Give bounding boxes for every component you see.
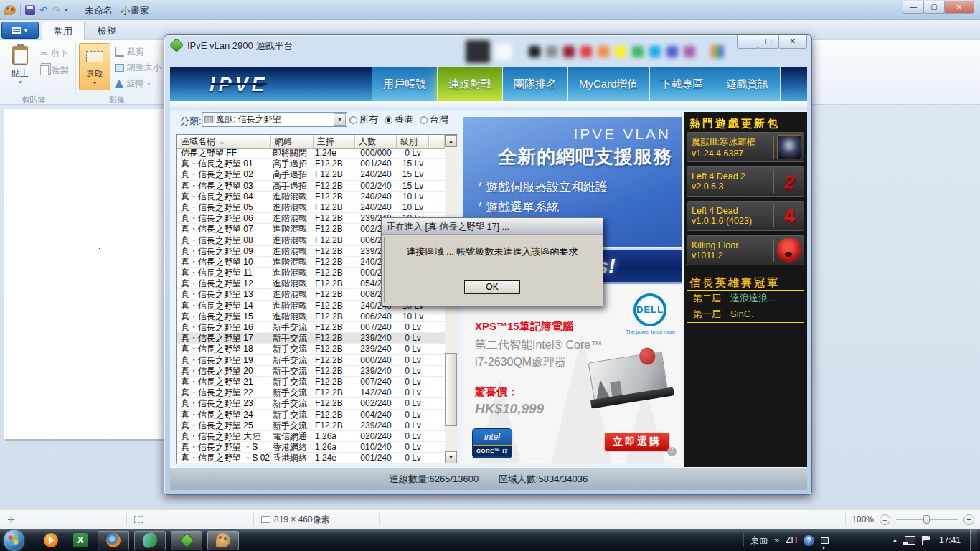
nav-item-1[interactable]: 用戶帳號	[372, 67, 438, 101]
table-row[interactable]: 真・信長之野望 05進階混戰F12.2B240/24010 Lv	[177, 202, 445, 213]
table-row[interactable]: 真・信長之野望 24新手交流F12.2B004/2400 Lv	[177, 410, 445, 420]
scrollbar-thumb[interactable]	[445, 353, 457, 426]
region-radio[interactable]: 香港	[385, 113, 413, 126]
table-cell: F12.2B	[314, 246, 355, 256]
desktop-toolbar-label[interactable]: 桌面	[750, 534, 768, 547]
table-row[interactable]: 真・信長之野望 18新手交流F12.2B239/2400 Lv	[177, 344, 445, 354]
update-text: Killing Floorv1011.2	[687, 240, 773, 260]
update-item-l4d[interactable]: Left 4 Deadv1.0.1.6 (4023)4	[687, 201, 804, 231]
taskbar-wmp-button[interactable]	[39, 531, 63, 550]
column-header-4[interactable]: 人數	[355, 135, 397, 149]
cut-button[interactable]: ✂ 剪下	[40, 46, 68, 60]
paste-button[interactable]: 貼上 ▼	[4, 43, 36, 90]
paint-menu-button[interactable]: ▼	[1, 22, 39, 39]
resize-button[interactable]: 調整大小	[115, 60, 161, 75]
column-header-2[interactable]: 網絡	[271, 135, 314, 149]
table-row[interactable]: 真・信長之野望 03高手過招F12.2B002/24015 Lv	[177, 181, 445, 192]
zoom-slider[interactable]	[896, 519, 958, 520]
restore-icon[interactable]	[821, 537, 829, 544]
ad-info-icon[interactable]: i	[667, 447, 677, 456]
zoom-out-button[interactable]: –	[880, 514, 890, 525]
table-cell: 真・信長之野望 08	[177, 235, 271, 245]
table-cell: 香港網絡	[271, 442, 314, 452]
ipve-maximize-button[interactable]: ▢	[758, 35, 779, 49]
table-row[interactable]: 真・信長之野望 20新手交流F12.2B239/2400 Lv	[177, 366, 445, 377]
table-row[interactable]: 真・信長之野望 17新手交流F12.2B239/2400 Lv	[177, 333, 445, 344]
region-radio[interactable]: 所有	[349, 113, 378, 126]
paint-maximize-button[interactable]: ▢	[923, 1, 945, 14]
table-row[interactable]: 真・信長之野望 19新手交流F12.2B000/2400 Lv	[177, 355, 445, 366]
table-row[interactable]: 信長之野望 FF即將關閉1.24e000/0000 Lv	[177, 148, 445, 159]
column-header-1[interactable]: 區域名稱△	[177, 135, 271, 149]
dell-ad[interactable]: DELL The power to do more XPS™15筆記簿電腦 第二…	[463, 286, 682, 463]
ipve-minimize-button[interactable]: —	[737, 35, 758, 49]
category-label: 分類:	[180, 115, 202, 128]
table-cell: 真・信長之野望 05	[177, 202, 271, 212]
category-dropdown[interactable]: 魔獸: 信長之野望 ▼	[202, 112, 347, 127]
table-row[interactable]: 真・信長之野望 16新手交流F12.2B007/2400 Lv	[177, 322, 445, 333]
tab-home[interactable]: 常用	[42, 22, 85, 40]
nav-item-6[interactable]: 遊戲資訊	[715, 67, 781, 101]
dropdown-arrow-button[interactable]: ▼	[334, 113, 346, 126]
table-cell: 007/240	[355, 377, 397, 387]
nav-item-3[interactable]: 團隊排名	[503, 67, 568, 101]
tab-view[interactable]: 檢視	[86, 22, 128, 40]
taskbar-ipve-button[interactable]	[171, 531, 202, 550]
update-item-l4d2[interactable]: Left 4 Dead 2v2.0.6.32	[687, 166, 804, 197]
table-row[interactable]: 真・信長之野望 01高手過招F12.2B001/24015 Lv	[177, 159, 445, 169]
ipve-close-button[interactable]: ✕	[778, 35, 807, 49]
nav-item-4[interactable]: MyCard增值	[568, 67, 650, 101]
help-icon[interactable]: ?	[804, 535, 814, 546]
taskbar-excel-button[interactable]	[68, 531, 93, 550]
qat-dropdown-icon[interactable]: ▾	[65, 7, 67, 14]
table-row[interactable]: 真・信長之野望 ・S 02香港網絡1.24e001/2400 Lv	[177, 453, 445, 463]
select-button[interactable]: 選取 ▼	[79, 43, 110, 90]
chevron-icon[interactable]: »	[774, 535, 779, 545]
table-row[interactable]: 真・信長之野望 23新手交流F12.2B002/2400 Lv	[177, 398, 445, 409]
language-indicator[interactable]: ZH	[786, 535, 797, 545]
action-center-flag-icon[interactable]	[922, 536, 930, 545]
table-cell: 010/240	[355, 442, 397, 452]
taskbar-buttons	[39, 529, 239, 551]
show-desktop-button[interactable]	[970, 529, 977, 551]
nav-item-2[interactable]: 連線對戰	[438, 67, 503, 101]
update-item-kf[interactable]: Killing Floorv1011.2	[687, 235, 804, 265]
save-icon[interactable]	[25, 5, 35, 15]
crop-button[interactable]: 裁剪	[115, 44, 144, 59]
update-item-wc3[interactable]: 魔獸III:寒冰霸權v1.24.4.6387	[687, 132, 804, 162]
region-radio[interactable]: 台灣	[420, 113, 448, 126]
taskbar-game-button[interactable]	[134, 531, 166, 550]
table-row[interactable]: 真・信長之野望 15進階混戰F12.2B006/24010 Lv	[177, 311, 445, 322]
column-header-5[interactable]: 級別	[397, 135, 429, 149]
rotate-label: 旋轉	[126, 77, 143, 90]
table-row[interactable]: 真・信長之野望 大陸電信網通1.26a020/2400 Lv	[177, 431, 445, 442]
start-button[interactable]	[4, 530, 24, 551]
palette-color-swatch	[615, 46, 626, 57]
table-row[interactable]: 真・信長之野望 02高手過招F12.2B240/24015 Lv	[177, 169, 445, 180]
scroll-down-button[interactable]: ▼	[445, 451, 457, 463]
zoom-slider-thumb[interactable]	[923, 515, 930, 524]
taskbar-firefox-button[interactable]	[98, 531, 129, 550]
taskbar-paint-button[interactable]	[207, 531, 239, 550]
zoom-in-button[interactable]: +	[963, 514, 974, 525]
table-cell	[429, 377, 445, 387]
network-icon[interactable]	[905, 536, 915, 545]
paint-minimize-button[interactable]: —	[903, 1, 924, 14]
nav-item-5[interactable]: 下載專區	[650, 67, 715, 101]
undo-icon[interactable]: ↶	[39, 5, 48, 15]
column-header-3[interactable]: 主持	[314, 135, 355, 149]
hidden-icons-button[interactable]: ▲	[892, 537, 898, 544]
table-row[interactable]: 真・信長之野望 22新手交流F12.2B142/2400 Lv	[177, 387, 445, 398]
copy-button[interactable]: 複製	[40, 63, 69, 77]
table-row[interactable]: 真・信長之野望 ・S香港網絡1.26a010/2400 Lv	[177, 442, 445, 453]
clock[interactable]: 17:41	[939, 535, 961, 545]
scroll-up-button[interactable]: ▲	[445, 135, 457, 147]
table-row[interactable]: 真・信長之野望 04進階混戰F12.2B240/24010 Lv	[177, 192, 445, 202]
ok-button[interactable]: OK	[464, 280, 520, 294]
rotate-button[interactable]: 旋轉 ▼	[115, 76, 151, 90]
redo-icon[interactable]: ↷	[52, 5, 61, 15]
table-row[interactable]: 真・信長之野望 21新手交流F12.2B007/2400 Lv	[177, 377, 445, 387]
paint-close-button[interactable]: ✕	[944, 1, 974, 14]
buy-now-button[interactable]: 立即選購	[605, 433, 669, 451]
table-row[interactable]: 真・信長之野望 25新手交流F12.2B239/2400 Lv	[177, 420, 445, 431]
